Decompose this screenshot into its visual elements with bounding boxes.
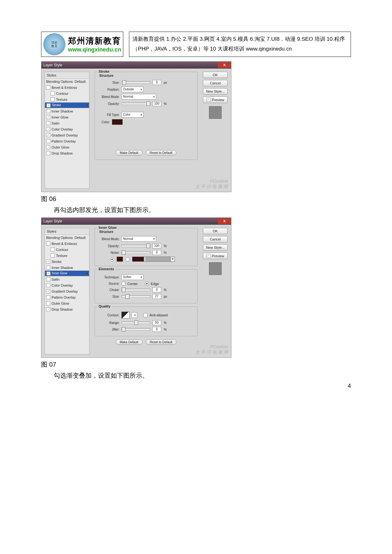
- style-row[interactable]: Color Overlay: [45, 282, 89, 288]
- checkbox-icon[interactable]: [46, 283, 50, 287]
- jitter-slider[interactable]: [121, 328, 150, 331]
- size-slider[interactable]: [121, 295, 150, 298]
- style-row[interactable]: ✓Gradient Overlay: [45, 288, 89, 294]
- checkbox-icon[interactable]: ✓: [46, 115, 50, 119]
- style-row[interactable]: Bevel & Emboss: [45, 84, 89, 90]
- cancel-button[interactable]: Cancel: [203, 80, 228, 86]
- checkbox-icon[interactable]: [51, 247, 55, 252]
- range-input[interactable]: 50: [152, 320, 161, 325]
- checkbox-icon[interactable]: ✓: [46, 271, 51, 276]
- blendmode-select[interactable]: Normal: [121, 94, 156, 100]
- checkbox-icon[interactable]: ✓: [46, 289, 50, 293]
- checkbox-icon[interactable]: [46, 109, 50, 113]
- preview-toggle[interactable]: ✓Preview: [203, 96, 228, 103]
- ok-button[interactable]: OK: [203, 228, 228, 234]
- checkbox-icon[interactable]: [46, 295, 50, 299]
- style-row[interactable]: Satin: [45, 120, 89, 126]
- preview-toggle[interactable]: ✓Preview: [203, 253, 228, 259]
- new-style-button[interactable]: New Style...: [203, 244, 228, 251]
- noise-input[interactable]: 0: [152, 250, 161, 255]
- checkbox-icon[interactable]: [46, 139, 50, 143]
- close-icon[interactable]: x: [218, 218, 231, 224]
- source-edge-radio[interactable]: [145, 282, 149, 286]
- opacity-input[interactable]: 100: [152, 243, 161, 248]
- style-row[interactable]: ✓Stroke: [45, 259, 89, 265]
- style-row[interactable]: Pattern Overlay: [45, 294, 89, 300]
- size-slider[interactable]: [121, 81, 150, 84]
- checkbox-icon[interactable]: [51, 91, 55, 95]
- choke-slider[interactable]: [121, 289, 150, 291]
- style-row[interactable]: Satin: [45, 276, 89, 282]
- gradient-picker[interactable]: [132, 257, 171, 262]
- style-row[interactable]: ✓Inner Glow: [45, 271, 89, 276]
- style-row[interactable]: Outer Glow: [45, 144, 89, 150]
- checkbox-icon[interactable]: [46, 127, 50, 131]
- styles-header[interactable]: Styles: [45, 72, 89, 79]
- reset-default-button[interactable]: Reset to Default: [146, 339, 177, 345]
- checkbox-icon[interactable]: [51, 253, 55, 258]
- checkbox-icon[interactable]: [46, 85, 50, 89]
- opacity-input[interactable]: 100: [152, 101, 161, 106]
- range-slider[interactable]: [121, 321, 150, 324]
- checkbox-icon[interactable]: [46, 265, 50, 270]
- checkbox-icon[interactable]: ✓: [46, 103, 51, 107]
- checkbox-icon[interactable]: [46, 307, 50, 311]
- filltype-select[interactable]: Color: [121, 112, 144, 118]
- make-default-button[interactable]: Make Default: [116, 150, 143, 155]
- make-default-button[interactable]: Make Default: [116, 339, 143, 345]
- style-row[interactable]: Blending Options: Default: [45, 235, 89, 240]
- style-row[interactable]: Texture: [45, 96, 89, 102]
- checkbox-icon[interactable]: [46, 145, 50, 149]
- style-row[interactable]: Drop Shadow: [45, 306, 89, 312]
- checkbox-icon[interactable]: [46, 301, 50, 305]
- checkbox-icon[interactable]: [46, 241, 50, 246]
- technique-select[interactable]: Softer: [121, 274, 144, 280]
- contour-dropdown[interactable]: [132, 312, 137, 318]
- glow-color-swatch[interactable]: [117, 257, 123, 262]
- style-row[interactable]: ✓Inner Glow: [45, 114, 89, 120]
- position-select[interactable]: Outside: [121, 87, 144, 92]
- opacity-slider[interactable]: [121, 102, 150, 105]
- color-swatch[interactable]: [112, 119, 123, 125]
- checkbox-icon[interactable]: [46, 121, 50, 125]
- contour-picker[interactable]: [121, 312, 130, 319]
- size-input[interactable]: 5: [152, 80, 161, 85]
- styles-header[interactable]: Styles: [45, 228, 89, 235]
- style-row[interactable]: Pattern Overlay: [45, 138, 89, 144]
- style-row[interactable]: Color Overlay: [45, 126, 89, 132]
- size-label: Size:: [97, 81, 119, 84]
- checkbox-icon[interactable]: ✓: [46, 133, 50, 137]
- reset-default-button[interactable]: Reset to Default: [146, 150, 177, 155]
- style-row[interactable]: ✓Gradient Overlay: [45, 132, 89, 138]
- style-row[interactable]: Texture: [45, 253, 89, 259]
- style-row[interactable]: Contour: [45, 90, 89, 96]
- style-row[interactable]: Bevel & Emboss: [45, 240, 89, 247]
- titlebar: Layer Style x: [41, 62, 231, 69]
- ok-button[interactable]: OK: [203, 72, 228, 78]
- style-row[interactable]: ✓Stroke: [45, 102, 89, 108]
- gradient-radio[interactable]: [126, 257, 130, 261]
- cancel-button[interactable]: Cancel: [203, 236, 228, 242]
- antialias-check[interactable]: [144, 313, 148, 317]
- checkbox-icon[interactable]: [46, 277, 50, 281]
- style-row[interactable]: Drop Shadow: [45, 150, 89, 156]
- choke-input[interactable]: 0: [152, 287, 161, 292]
- style-row[interactable]: Inner Shadow: [45, 108, 89, 114]
- style-label: Inner Shadow: [52, 266, 73, 270]
- style-row[interactable]: Blending Options: Default: [45, 79, 89, 84]
- close-icon[interactable]: x: [218, 62, 231, 68]
- color-radio[interactable]: [110, 257, 114, 261]
- checkbox-icon[interactable]: [46, 151, 50, 155]
- opacity-slider[interactable]: [121, 245, 150, 247]
- jitter-input[interactable]: 0: [152, 327, 161, 332]
- style-row[interactable]: Outer Glow: [45, 300, 89, 306]
- checkbox-icon[interactable]: [51, 97, 55, 101]
- checkbox-icon[interactable]: ✓: [46, 259, 50, 264]
- style-row[interactable]: Inner Shadow: [45, 265, 89, 271]
- style-row[interactable]: Contour: [45, 247, 89, 253]
- noise-slider[interactable]: [121, 251, 150, 254]
- size-input[interactable]: 27: [152, 294, 161, 299]
- new-style-button[interactable]: New Style...: [203, 88, 228, 94]
- source-center-radio[interactable]: [121, 282, 126, 286]
- blendmode-select[interactable]: Normal: [121, 236, 156, 242]
